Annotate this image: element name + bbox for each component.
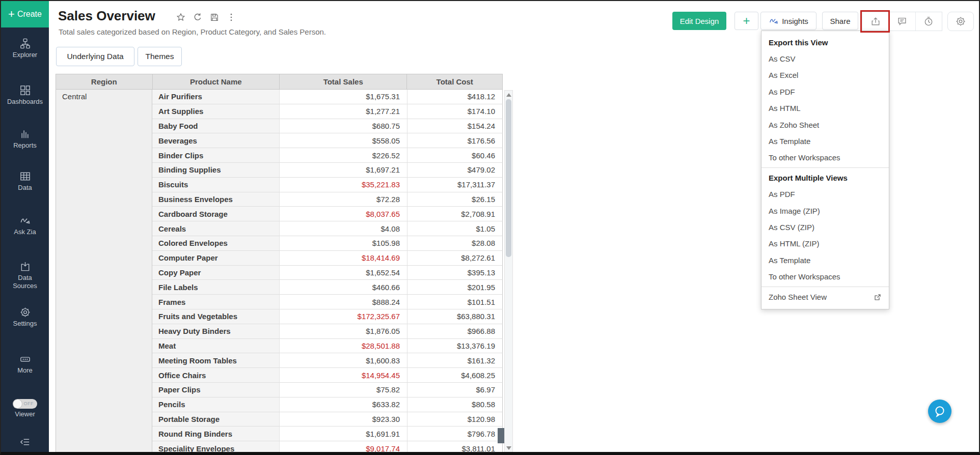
product-cell[interactable]: Binder Clips (152, 148, 280, 163)
product-cell[interactable]: File Labels (152, 280, 280, 295)
total-sales-cell[interactable]: $8,037.65 (280, 207, 407, 221)
total-cost-cell[interactable]: $80.58 (407, 397, 503, 412)
total-cost-cell[interactable]: $479.02 (407, 163, 503, 178)
export-menu-item[interactable]: As Template (761, 133, 889, 149)
share-button[interactable]: Share (822, 12, 858, 30)
table-row[interactable]: Fruits and Vegetables $172,325.67 $63,88… (152, 309, 503, 324)
export-menu-item[interactable]: As PDF (761, 186, 889, 203)
export-menu-item[interactable]: As Excel (761, 67, 889, 83)
product-cell[interactable]: Portable Storage (152, 412, 280, 427)
collapse-sidebar-button[interactable] (1, 436, 49, 448)
export-menu-item[interactable]: As Image (ZIP) (761, 203, 889, 219)
column-header-region[interactable]: Region (56, 74, 153, 89)
total-sales-cell[interactable]: $1,600.83 (280, 353, 407, 368)
table-row[interactable]: Baby Food $680.75 $154.24 (152, 119, 503, 134)
favorite-star-icon[interactable] (176, 12, 186, 22)
total-cost-cell[interactable]: $17,311.37 (407, 178, 503, 192)
table-row[interactable]: Beverages $558.05 $176.56 (152, 133, 503, 148)
export-button[interactable] (862, 12, 888, 31)
total-sales-cell[interactable]: $14,954.45 (280, 368, 407, 383)
save-icon[interactable] (209, 12, 220, 22)
table-row[interactable]: Pencils $633.82 $80.58 (152, 397, 503, 412)
view-settings-button[interactable] (947, 12, 974, 31)
product-cell[interactable]: Computer Paper (152, 251, 280, 266)
product-cell[interactable]: Colored Envelopes (152, 236, 280, 251)
total-cost-cell[interactable]: $26.15 (407, 192, 503, 207)
export-menu-item[interactable]: As PDF (761, 83, 889, 100)
total-cost-cell[interactable]: $418.12 (407, 90, 503, 104)
product-cell[interactable]: Round Ring Binders (152, 426, 280, 441)
product-cell[interactable]: Baby Food (152, 119, 280, 134)
total-cost-cell[interactable]: $154.24 (407, 119, 503, 134)
product-cell[interactable]: Frames (152, 295, 280, 309)
sidebar-item-explorer[interactable]: Explorer (1, 38, 49, 59)
total-sales-cell[interactable]: $172,325.67 (280, 309, 407, 324)
export-menu-item[interactable]: As HTML (761, 100, 889, 117)
table-row[interactable]: Portable Storage $923.30 $120.98 (152, 412, 503, 427)
total-sales-cell[interactable]: $105.98 (280, 236, 407, 251)
total-cost-cell[interactable]: $6.97 (407, 383, 503, 397)
product-cell[interactable]: Beverages (152, 133, 280, 148)
export-menu-item[interactable]: As CSV (ZIP) (761, 219, 889, 235)
comments-button[interactable] (888, 12, 915, 31)
total-cost-cell[interactable]: $60.46 (407, 148, 503, 163)
table-row[interactable]: Colored Envelopes $105.98 $28.08 (152, 236, 503, 251)
total-cost-cell[interactable]: $395.13 (407, 266, 503, 280)
product-cell[interactable]: Cereals (152, 221, 280, 236)
product-cell[interactable]: Fruits and Vegetables (152, 309, 280, 324)
table-row[interactable]: Copy Paper $1,652.54 $395.13 (152, 266, 503, 280)
table-row[interactable]: Cardboard Storage $8,037.65 $2,708.91 (152, 207, 503, 221)
product-cell[interactable]: Art Supplies (152, 104, 280, 119)
column-header-product[interactable]: Product Name (153, 74, 280, 89)
scroll-grip[interactable] (498, 428, 504, 443)
total-cost-cell[interactable]: $8,272.61 (407, 251, 503, 266)
product-cell[interactable]: Binding Supplies (152, 163, 280, 178)
table-row[interactable]: Paper Clips $75.82 $6.97 (152, 383, 503, 397)
product-cell[interactable]: Speciality Envelopes (152, 441, 280, 453)
product-cell[interactable]: Office Chairs (152, 368, 280, 383)
total-cost-cell[interactable]: $1.05 (407, 221, 503, 236)
total-cost-cell[interactable]: $174.10 (407, 104, 503, 119)
table-row[interactable]: Art Supplies $1,277.21 $174.10 (152, 104, 503, 119)
chat-support-button[interactable] (928, 400, 951, 423)
total-cost-cell[interactable]: $161.32 (407, 353, 503, 368)
sidebar-item-data-sources[interactable]: Data Sources (1, 261, 49, 291)
total-cost-cell[interactable]: $796.78 (407, 426, 503, 441)
product-cell[interactable]: Pencils (152, 397, 280, 412)
total-sales-cell[interactable]: $4.08 (280, 221, 407, 236)
sidebar-item-ask-zia[interactable]: Ask Zia (1, 215, 49, 236)
table-row[interactable]: Computer Paper $18,414.69 $8,272.61 (152, 251, 503, 266)
total-cost-cell[interactable]: $966.88 (407, 324, 503, 339)
total-sales-cell[interactable]: $680.75 (280, 119, 407, 134)
edit-design-button[interactable]: Edit Design (672, 12, 726, 30)
table-row[interactable]: File Labels $460.66 $201.95 (152, 280, 503, 295)
total-sales-cell[interactable]: $1,697.21 (280, 163, 407, 178)
total-cost-cell[interactable]: $201.95 (407, 280, 503, 295)
total-cost-cell[interactable]: $63,880.31 (407, 309, 503, 324)
total-cost-cell[interactable]: $101.51 (407, 295, 503, 309)
sidebar-item-data[interactable]: Data (1, 170, 49, 191)
total-sales-cell[interactable]: $28,501.88 (280, 339, 407, 354)
create-button[interactable]: + Create (1, 1, 49, 27)
total-cost-cell[interactable]: $120.98 (407, 412, 503, 427)
table-row[interactable]: Heavy Duty Binders $1,876.05 $966.88 (152, 324, 503, 339)
table-row[interactable]: Frames $888.24 $101.51 (152, 295, 503, 309)
table-row[interactable]: Business Envelopes $72.28 $26.15 (152, 192, 503, 207)
column-header-sales[interactable]: Total Sales (280, 74, 407, 89)
total-sales-cell[interactable]: $75.82 (280, 383, 407, 397)
sidebar-item-dashboards[interactable]: Dashboards (1, 84, 49, 105)
product-cell[interactable]: Meat (152, 339, 280, 354)
total-sales-cell[interactable]: $460.66 (280, 280, 407, 295)
kebab-menu-icon[interactable] (226, 12, 236, 22)
table-row[interactable]: Round Ring Binders $1,691.91 $796.78 (152, 426, 503, 441)
product-cell[interactable]: Heavy Duty Binders (152, 324, 280, 339)
total-cost-cell[interactable]: $176.56 (407, 133, 503, 148)
table-row[interactable]: Cereals $4.08 $1.05 (152, 221, 503, 236)
sidebar-item-reports[interactable]: Reports (1, 128, 49, 149)
total-cost-cell[interactable]: $2,708.91 (407, 207, 503, 221)
sidebar-item-more[interactable]: More (1, 353, 49, 374)
export-menu-item[interactable]: To other Workspaces (761, 150, 889, 166)
table-row[interactable]: Air Purifiers $1,675.31 $418.12 (152, 90, 503, 104)
export-menu-item[interactable]: As Zoho Sheet (761, 117, 889, 133)
table-row[interactable]: Meat $28,501.88 $13,376.19 (152, 339, 503, 354)
